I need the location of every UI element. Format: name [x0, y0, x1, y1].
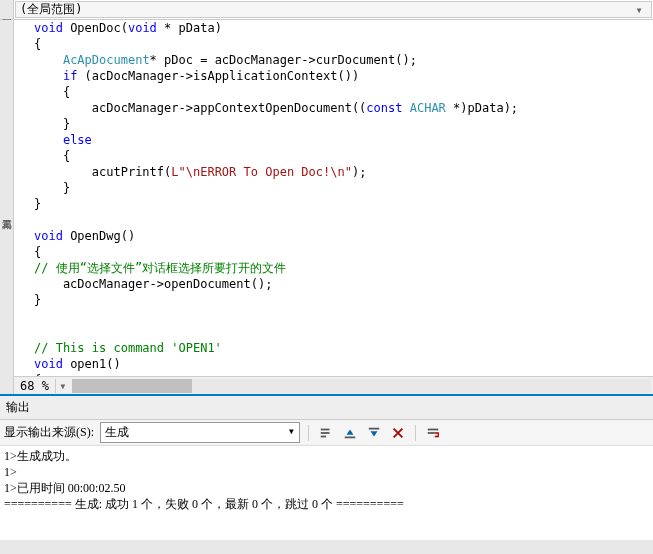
- zoom-dropdown-icon[interactable]: ▾: [56, 379, 70, 393]
- svg-rect-6: [428, 432, 435, 434]
- output-source-value: 生成: [105, 424, 129, 441]
- code-content[interactable]: void OpenDoc(void * pData) { AcApDocumen…: [14, 20, 653, 376]
- toggle-wrap-button[interactable]: [424, 424, 442, 442]
- svg-rect-4: [369, 427, 380, 429]
- output-scrollbar[interactable]: [0, 540, 653, 554]
- scope-dropdown[interactable]: (全局范围) ▾: [15, 1, 652, 18]
- prev-message-button[interactable]: [341, 424, 359, 442]
- clear-all-button[interactable]: [389, 424, 407, 442]
- output-source-select[interactable]: 生成 ▾: [100, 422, 300, 443]
- separator: [415, 425, 416, 441]
- output-line: 1>生成成功。: [4, 448, 649, 464]
- chevron-down-icon: ▾: [288, 424, 295, 441]
- output-text-area[interactable]: 1>生成成功。1>1>已用时间 00:00:02.50========== 生成…: [0, 446, 653, 540]
- next-message-button[interactable]: [365, 424, 383, 442]
- svg-rect-2: [321, 435, 326, 437]
- output-line: 1>: [4, 464, 649, 480]
- svg-rect-1: [321, 432, 330, 434]
- output-panel-title: 输出: [0, 396, 653, 420]
- chevron-down-icon: ▾: [631, 3, 647, 17]
- side-tab-left[interactable]: 工具箱: [0, 20, 14, 394]
- svg-rect-3: [345, 436, 356, 438]
- scope-text: (全局范围): [20, 1, 631, 18]
- svg-rect-0: [321, 428, 330, 430]
- code-editor[interactable]: void OpenDoc(void * pData) { AcApDocumen…: [14, 20, 653, 376]
- separator: [308, 425, 309, 441]
- output-line: 1>已用时间 00:00:02.50: [4, 480, 649, 496]
- scrollbar-thumb[interactable]: [72, 379, 192, 393]
- horizontal-scrollbar[interactable]: [72, 379, 651, 393]
- find-message-button[interactable]: [317, 424, 335, 442]
- output-source-label: 显示输出来源(S):: [4, 424, 94, 441]
- zoom-level[interactable]: 68 %: [14, 379, 56, 393]
- output-line: ========== 生成: 成功 1 个，失败 0 个，最新 0 个，跳过 0…: [4, 496, 649, 512]
- svg-rect-5: [428, 428, 439, 430]
- side-tab-top[interactable]: 资源视图: [0, 0, 14, 19]
